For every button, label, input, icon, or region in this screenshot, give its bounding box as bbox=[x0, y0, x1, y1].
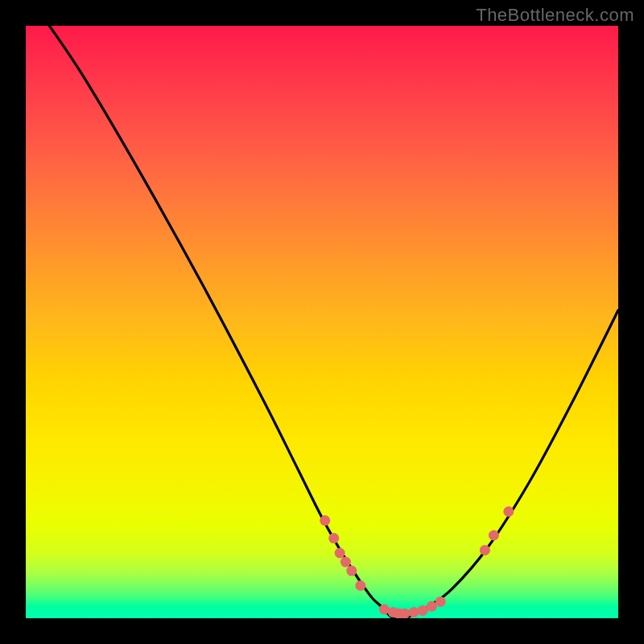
data-marker bbox=[489, 530, 499, 541]
data-marker bbox=[436, 597, 446, 607]
data-marker bbox=[320, 515, 330, 526]
data-marker bbox=[427, 601, 437, 612]
data-marker bbox=[379, 605, 390, 615]
data-marker bbox=[400, 609, 411, 618]
data-marker bbox=[418, 605, 428, 616]
bottleneck-curve-svg bbox=[26, 26, 618, 618]
data-marker bbox=[335, 548, 345, 559]
data-marker bbox=[355, 580, 365, 591]
data-marker bbox=[503, 506, 514, 517]
data-markers bbox=[320, 506, 514, 618]
data-marker bbox=[409, 607, 419, 617]
data-marker bbox=[341, 557, 351, 568]
bottleneck-curve bbox=[49, 26, 618, 618]
data-marker bbox=[480, 545, 490, 555]
watermark-label: TheBottleneck.com bbox=[476, 5, 634, 26]
data-marker bbox=[346, 566, 357, 576]
chart-plot-area bbox=[26, 26, 618, 618]
data-marker bbox=[328, 533, 339, 543]
